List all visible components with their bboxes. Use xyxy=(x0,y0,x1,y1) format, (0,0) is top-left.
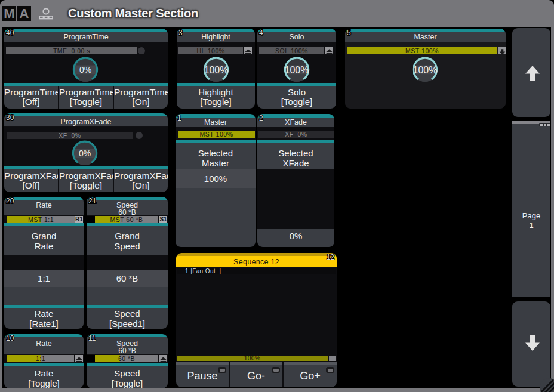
svg-text:100%: 100% xyxy=(285,65,309,75)
svg-text:0%: 0% xyxy=(79,149,91,158)
svg-text:0%: 0% xyxy=(79,65,91,75)
svg-text:100%: 100% xyxy=(413,65,438,75)
svg-text:100%: 100% xyxy=(204,65,229,75)
